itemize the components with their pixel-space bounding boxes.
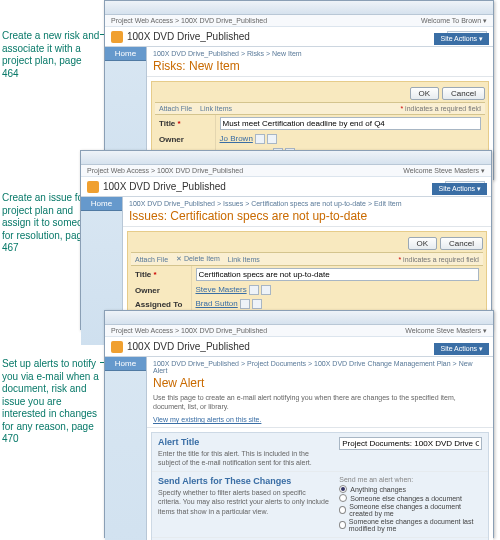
browse-icon[interactable] <box>261 285 271 295</box>
form-toolbar: Attach File ✕ Delete Item Link Items * i… <box>131 252 483 266</box>
check-names-icon[interactable] <box>240 299 250 309</box>
label-title: Title <box>159 119 175 128</box>
owner-value[interactable]: Jo Brown <box>220 134 253 143</box>
browse-icon[interactable] <box>267 134 277 144</box>
titlebar <box>105 311 493 325</box>
title-input[interactable] <box>220 117 482 130</box>
attach-file-link[interactable]: Attach File <box>135 256 168 263</box>
check-names-icon[interactable] <box>255 134 265 144</box>
welcome-menu[interactable]: Welcome Steve Masters ▾ <box>405 327 487 335</box>
send-when-label: Send me an alert when: <box>339 476 482 483</box>
home-tab[interactable]: Home <box>105 47 146 61</box>
alert-form: Alert Title Enter the title for this ale… <box>151 432 489 540</box>
top-crumb: Project Web Access > 100X DVD Drive_Publ… <box>105 325 493 337</box>
titlebar <box>81 151 491 165</box>
label-owner: Owner <box>131 283 191 297</box>
assigned-value[interactable]: Brad Sutton <box>196 299 238 308</box>
site-actions-menu[interactable]: Site Actions ▾ <box>432 183 487 195</box>
cancel-button[interactable]: Cancel <box>440 237 483 250</box>
callout-risk: Create a new risk and associate it with … <box>2 30 100 80</box>
pwa-crumb: Project Web Access > 100X DVD Drive_Publ… <box>87 167 243 174</box>
link-items-link[interactable]: Link Items <box>228 256 260 263</box>
browse-icon[interactable] <box>252 299 262 309</box>
required-note: * indicates a required field <box>400 105 481 112</box>
site-title: 100X DVD Drive_Published <box>127 341 487 352</box>
opt-anything[interactable]: Anything changes <box>339 485 482 493</box>
ok-button[interactable]: OK <box>408 237 438 250</box>
window-issues: Project Web Access > 100X DVD Drive_Publ… <box>80 150 492 330</box>
top-crumb: Project Web Access > 100X DVD Drive_Publ… <box>105 15 493 27</box>
page-title: Issues: Certification specs are not up-t… <box>129 209 485 223</box>
top-crumb: Project Web Access > 100X DVD Drive_Publ… <box>81 165 491 177</box>
site-actions-menu[interactable]: Site Actions ▾ <box>434 343 489 355</box>
page-intro: Use this page to create an e-mail alert … <box>153 393 487 411</box>
opt-someone-doc[interactable]: Someone else changes a document <box>339 494 482 502</box>
page-breadcrumb: 100X DVD Drive_Published > Risks > New I… <box>153 50 487 57</box>
label-assigned: Assigned To <box>131 297 191 311</box>
site-logo-icon <box>111 341 123 353</box>
delete-item-link[interactable]: ✕ Delete Item <box>176 255 220 263</box>
owner-value[interactable]: Steve Masters <box>196 285 247 294</box>
alert-title-heading: Alert Title <box>158 437 329 447</box>
pwa-crumb: Project Web Access > 100X DVD Drive_Publ… <box>111 17 267 24</box>
site-actions-menu[interactable]: Site Actions ▾ <box>434 33 489 45</box>
opt-someone-modified[interactable]: Someone else changes a document last mod… <box>339 518 482 532</box>
title-input[interactable] <box>196 268 480 281</box>
link-items-link[interactable]: Link Items <box>200 105 232 112</box>
home-tab[interactable]: Home <box>105 357 146 371</box>
site-logo-icon <box>87 181 99 193</box>
send-changes-heading: Send Alerts for These Changes <box>158 476 329 486</box>
pwa-crumb: Project Web Access > 100X DVD Drive_Publ… <box>111 327 267 334</box>
site-header: 100X DVD Drive_Published This List ▾ <box>81 177 491 197</box>
window-alert: Project Web Access > 100X DVD Drive_Publ… <box>104 310 494 538</box>
welcome-menu[interactable]: Welcome Steve Masters ▾ <box>403 167 485 175</box>
cancel-button[interactable]: Cancel <box>442 87 485 100</box>
titlebar <box>105 1 493 15</box>
required-note: * indicates a required field <box>398 256 479 263</box>
callout-alert: Set up alerts to notify you via e-mail w… <box>2 358 100 446</box>
home-tab[interactable]: Home <box>81 197 122 211</box>
site-logo-icon <box>111 31 123 43</box>
ok-button[interactable]: OK <box>410 87 440 100</box>
check-names-icon[interactable] <box>249 285 259 295</box>
site-title: 100X DVD Drive_Published <box>127 31 447 42</box>
send-changes-desc: Specify whether to filter alerts based o… <box>158 488 329 515</box>
page-breadcrumb: 100X DVD Drive_Published > Project Docum… <box>153 360 487 374</box>
form-toolbar: Attach File Link Items * indicates a req… <box>155 102 485 115</box>
left-nav: Home <box>105 357 147 540</box>
label-owner: Owner <box>155 132 215 146</box>
welcome-menu[interactable]: Welcome To Brown ▾ <box>421 17 487 25</box>
page-title: Risks: New Item <box>153 59 487 73</box>
alert-title-input[interactable] <box>339 437 482 450</box>
label-title: Title <box>135 270 151 279</box>
alert-title-desc: Enter the title for this alert. This is … <box>158 449 329 467</box>
site-title: 100X DVD Drive_Published <box>103 181 445 192</box>
attach-file-link[interactable]: Attach File <box>159 105 192 112</box>
opt-someone-created[interactable]: Someone else changes a document created … <box>339 503 482 517</box>
existing-alerts-link[interactable]: View my existing alerts on this site. <box>153 416 261 423</box>
page-breadcrumb: 100X DVD Drive_Published > Issues > Cert… <box>129 200 485 207</box>
page-title: New Alert <box>153 376 487 390</box>
